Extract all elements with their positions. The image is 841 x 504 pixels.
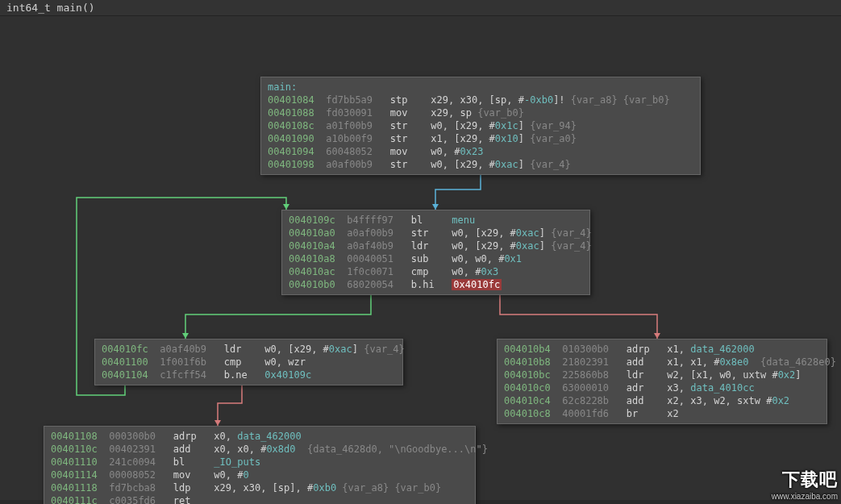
disasm-row[interactable]: 004010a4 a0af40b9 ldr w0, [x29, #0xac] {… — [289, 240, 583, 252]
cfg-edge — [500, 294, 657, 339]
disasm-row[interactable]: 00401090 a10b00f9 str x1, [x29, #0x10] {… — [268, 132, 693, 145]
disasm-row[interactable]: 00401084 fd7bb5a9 stp x29, x30, [sp, #-0… — [268, 94, 693, 106]
disasm-row[interactable]: 004010b8 21802391 add x1, x1, #0x8e0 {da… — [504, 356, 820, 369]
disasm-row[interactable]: 00401114 00008052 mov w0, #0 — [51, 469, 468, 481]
arrow-head-icon — [283, 204, 289, 210]
disasm-row[interactable]: 00401098 a0af00b9 str w0, [x29, #0xac] {… — [268, 158, 693, 171]
disasm-row[interactable]: 0040110c 00402391 add x0, x0, #0x8d0 {da… — [51, 443, 468, 456]
graph-canvas[interactable]: main:00401084 fd7bb5a9 stp x29, x30, [sp… — [0, 16, 841, 500]
disasm-row[interactable]: 00401094 60048052 mov w0, #0x23 — [268, 145, 693, 158]
function-title: int64_t main() — [0, 0, 841, 16]
basic-block-b5[interactable]: 00401108 000300b0 adrp x0, data_46200000… — [44, 426, 476, 504]
basic-block-b2[interactable]: 0040109c b4ffff97 bl menu004010a0 a0af00… — [281, 210, 590, 295]
arrow-head-icon — [654, 333, 660, 339]
arrow-head-icon — [182, 333, 189, 339]
disasm-row[interactable]: 00401110 241c0094 bl _IO_puts — [51, 456, 468, 469]
block-label: main: — [268, 81, 693, 94]
basic-block-b1[interactable]: main:00401084 fd7bb5a9 stp x29, x30, [sp… — [260, 77, 701, 175]
cfg-edge — [218, 382, 242, 426]
arrow-head-icon — [432, 204, 439, 210]
watermark: 下载吧 www.xiazaiba.com — [772, 468, 838, 501]
cfg-edge — [435, 173, 481, 210]
disasm-row[interactable]: 00401088 fd030091 mov x29, sp {var_b0} — [268, 106, 693, 119]
disasm-row[interactable]: 004010c0 63000010 adr x3, data_4010cc — [504, 381, 820, 394]
disasm-row[interactable]: 00401118 fd7bcba8 ldp x29, x30, [sp], #0… — [51, 481, 468, 494]
disasm-row[interactable]: 0040111c c0035fd6 ret — [51, 494, 468, 504]
disasm-row[interactable]: 004010a8 00040051 sub w0, w0, #0x1 — [289, 252, 583, 265]
cfg-edge — [185, 294, 371, 339]
disasm-row[interactable]: 004010c4 62c8228b add x2, x3, w2, sxtw #… — [504, 394, 820, 407]
disasm-row[interactable]: 0040109c b4ffff97 bl menu — [289, 214, 583, 227]
basic-block-b4[interactable]: 004010b4 010300b0 adrp x1, data_46200000… — [497, 339, 827, 424]
disasm-row[interactable]: 004010b4 010300b0 adrp x1, data_462000 — [504, 343, 820, 356]
disasm-row[interactable]: 004010c8 40001fd6 br x2 — [504, 407, 820, 420]
disasm-row[interactable]: 0040108c a01f00b9 str w0, [x29, #0x1c] {… — [268, 119, 693, 132]
disasm-row[interactable]: 00401104 c1fcff54 b.ne 0x40109c — [102, 369, 396, 381]
disasm-row[interactable]: 004010ac 1f0c0071 cmp w0, #0x3 — [289, 265, 583, 278]
disasm-row[interactable]: 004010bc 225860b8 ldr w2, [x1, w0, uxtw … — [504, 369, 820, 381]
disasm-row[interactable]: 004010fc a0af40b9 ldr w0, [x29, #0xac] {… — [102, 343, 396, 356]
disasm-row[interactable]: 00401108 000300b0 adrp x0, data_462000 — [51, 430, 468, 443]
arrow-head-icon — [214, 420, 221, 426]
disasm-row[interactable]: 00401100 1f001f6b cmp w0, wzr — [102, 356, 396, 369]
disasm-row[interactable]: 004010b0 68020054 b.hi 0x4010fc — [289, 278, 583, 291]
basic-block-b3[interactable]: 004010fc a0af40b9 ldr w0, [x29, #0xac] {… — [94, 339, 403, 385]
disasm-row[interactable]: 004010a0 a0af00b9 str w0, [x29, #0xac] {… — [289, 227, 583, 240]
